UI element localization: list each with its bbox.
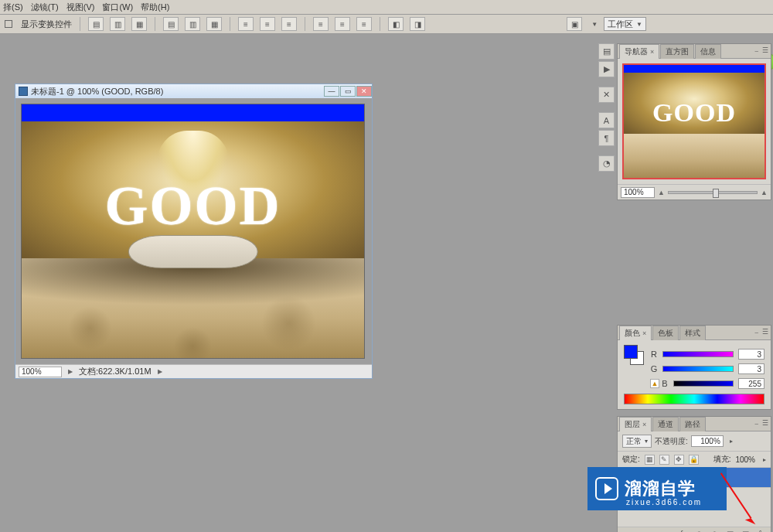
panel-menu-icon[interactable]: ☰: [762, 46, 768, 54]
tab-paths[interactable]: 路径: [679, 417, 706, 431]
watermark: 溜溜自学 zixue.3d66.com: [587, 467, 727, 510]
opacity-label: 不透明度:: [655, 436, 688, 447]
workspace-area: 未标题-1 @ 100% (GOOD, RGB/8) — ▭ ✕ GOOD 10…: [0, 34, 773, 532]
chevron-icon[interactable]: ▶: [158, 368, 162, 375]
b-value[interactable]: 255: [738, 378, 764, 389]
canvas[interactable]: GOOD: [21, 104, 365, 359]
align-icon[interactable]: ▥: [185, 17, 200, 31]
opacity-field[interactable]: 100%: [691, 435, 724, 447]
tab-layers[interactable]: 图层×: [619, 417, 652, 431]
menu-view[interactable]: 视图(V): [66, 2, 95, 13]
paragraph-panel-icon[interactable]: ¶: [598, 130, 615, 146]
new-layer-icon[interactable]: ▤: [740, 529, 751, 533]
navigator-zoom-slider[interactable]: [668, 191, 758, 194]
panel-menu-icon[interactable]: ☰: [762, 328, 768, 336]
play-icon: [595, 477, 618, 500]
zoom-out-icon[interactable]: ▲: [658, 189, 665, 196]
autoalign-icon[interactable]: ◨: [410, 17, 425, 31]
autoalign-icon[interactable]: ◧: [388, 17, 404, 31]
watermark-title: 溜溜自学: [625, 477, 696, 500]
character-panel-icon[interactable]: A: [598, 112, 615, 128]
layers-footer: ⚭ ƒx ◐ ◑ ▣ ▤ 🗑: [618, 527, 771, 532]
show-transform-checkbox[interactable]: [5, 20, 12, 28]
panel-collapse-icon[interactable]: –: [755, 329, 758, 336]
delete-layer-icon[interactable]: 🗑: [755, 529, 766, 533]
minimize-button[interactable]: —: [324, 86, 339, 97]
close-button[interactable]: ✕: [356, 86, 372, 97]
align-icon[interactable]: ▤: [88, 17, 104, 31]
lock-move-icon[interactable]: ✥: [674, 455, 684, 465]
dist-icon[interactable]: ≡: [356, 17, 372, 31]
foreground-color-swatch[interactable]: [624, 345, 638, 359]
tab-histogram[interactable]: 直方图: [660, 44, 694, 59]
document-titlebar[interactable]: 未标题-1 @ 100% (GOOD, RGB/8) — ▭ ✕: [15, 84, 372, 98]
layer-style-icon[interactable]: ƒx: [678, 529, 689, 533]
dist-icon[interactable]: ≡: [238, 17, 254, 31]
screen-mode-icon[interactable]: ▣: [567, 17, 582, 31]
tab-styles[interactable]: 样式: [679, 326, 706, 340]
menu-help[interactable]: 帮助(H): [141, 2, 169, 13]
close-icon[interactable]: ×: [642, 329, 646, 337]
link-layers-icon[interactable]: ⚭: [662, 529, 673, 533]
align-icon[interactable]: ▤: [163, 17, 179, 31]
layer-mask-icon[interactable]: ◐: [693, 529, 704, 533]
lock-all-icon[interactable]: 🔒: [689, 455, 699, 465]
close-icon[interactable]: ×: [642, 421, 646, 428]
chevron-down-icon: ▼: [636, 21, 642, 28]
lock-paint-icon[interactable]: ✎: [659, 455, 669, 465]
actions-panel-icon[interactable]: ▶: [598, 61, 615, 77]
group-icon[interactable]: ▣: [724, 529, 735, 533]
tool-presets-icon[interactable]: ✕: [598, 87, 615, 103]
close-icon[interactable]: ×: [650, 48, 654, 56]
zoom-in-icon[interactable]: ▲: [761, 189, 768, 196]
menu-window[interactable]: 窗口(W): [102, 2, 133, 13]
panel-collapse-icon[interactable]: –: [755, 47, 758, 54]
lock-transparency-icon[interactable]: ▦: [645, 455, 655, 465]
document-title: 未标题-1 @ 100% (GOOD, RGB/8): [31, 86, 163, 97]
text-layer-good[interactable]: GOOD: [104, 178, 281, 234]
workspace-combo[interactable]: 工作区▼: [604, 17, 646, 31]
menu-select[interactable]: 择(S): [3, 2, 23, 13]
file-info: 文档:622.3K/1.01M: [79, 366, 152, 377]
b-slider[interactable]: [673, 380, 734, 387]
panel-collapse-icon[interactable]: –: [755, 420, 758, 427]
g-label: G: [650, 364, 658, 373]
maximize-button[interactable]: ▭: [340, 86, 356, 97]
blend-mode-combo[interactable]: 正常▾: [622, 435, 652, 448]
chevron-icon[interactable]: ▶: [68, 368, 73, 375]
gamut-warning-icon[interactable]: ▲: [650, 379, 659, 388]
color-spectrum[interactable]: [624, 394, 764, 404]
menu-filter[interactable]: 滤镜(T): [31, 2, 59, 13]
g-value[interactable]: 3: [738, 363, 764, 374]
history-panel-icon[interactable]: ▤: [598, 43, 615, 60]
lock-label: 锁定:: [622, 454, 640, 465]
r-value[interactable]: 3: [738, 349, 764, 360]
brushes-panel-icon[interactable]: ◔: [598, 155, 615, 172]
chevron-icon[interactable]: ▸: [763, 456, 766, 463]
panel-menu-icon[interactable]: ☰: [762, 419, 768, 427]
chevron-down-icon[interactable]: ▼: [591, 21, 598, 28]
tab-navigator[interactable]: 导航器×: [619, 44, 659, 59]
dist-icon[interactable]: ≡: [335, 17, 350, 31]
dist-icon[interactable]: ≡: [260, 17, 275, 31]
align-icon[interactable]: ▦: [131, 17, 147, 31]
adjustment-layer-icon[interactable]: ◑: [709, 529, 720, 533]
g-slider[interactable]: [662, 366, 734, 372]
chevron-icon[interactable]: ▸: [730, 438, 733, 445]
tab-swatches[interactable]: 色板: [652, 326, 679, 340]
zoom-field[interactable]: 100%: [19, 367, 62, 377]
dist-icon[interactable]: ≡: [313, 17, 329, 31]
navigator-zoom-field[interactable]: 100%: [621, 187, 655, 198]
tab-color[interactable]: 颜色×: [619, 326, 652, 340]
fill-label: 填充:: [713, 454, 731, 465]
tab-info[interactable]: 信息: [695, 44, 721, 59]
r-slider[interactable]: [662, 351, 734, 357]
b-label: B: [661, 379, 669, 388]
fill-field[interactable]: 100%: [735, 455, 755, 464]
navigator-thumbnail[interactable]: GOOD: [622, 63, 766, 179]
align-icon[interactable]: ▥: [110, 17, 125, 31]
dist-icon[interactable]: ≡: [281, 17, 297, 31]
nav-good-text: GOOD: [652, 100, 736, 126]
align-icon[interactable]: ▦: [206, 17, 222, 31]
tab-channels[interactable]: 通道: [652, 417, 679, 431]
